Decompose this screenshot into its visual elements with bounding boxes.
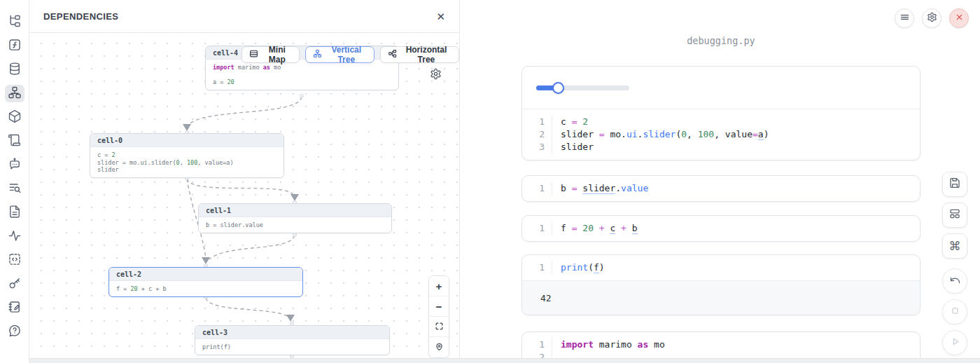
fit-view-button[interactable] [429,317,449,337]
graph-node-cell-1[interactable]: cell-1 b = slider.value [198,203,392,233]
save-button[interactable] [942,172,967,197]
locate-button[interactable] [429,337,449,357]
file-tree-icon [8,14,22,31]
keyboard-shortcuts-button[interactable]: ⌘ [942,233,967,259]
notebook-filename: debugging.py [522,35,920,46]
code-line: c = 2 [552,116,588,128]
code-line: f = 20 + c + b [552,222,638,235]
graph-node-cell-3[interactable]: cell-3 print(f) [195,325,390,355]
panel-title: DEPENDENCIES [43,11,118,22]
undo-icon [949,274,961,288]
slider-track[interactable] [536,85,629,90]
sidebar-item-tracing[interactable] [5,228,24,245]
vertical-tree-view-button[interactable]: Vertical Tree [305,46,374,63]
layout-button[interactable] [942,203,967,228]
zoom-out-button[interactable]: − [429,296,449,317]
dependencies-panel: DEPENDENCIES ✕ [29,0,460,363]
app-window: DEPENDENCIES ✕ [0,0,980,363]
line-number: 1 [528,261,552,274]
run-button[interactable] [942,330,967,355]
zoom-in-button[interactable]: + [429,276,449,296]
gear-icon [430,71,442,82]
console-output: 42 [522,280,920,315]
shutdown-button[interactable] [949,8,969,28]
sidebar-item-file-tree[interactable] [5,13,24,31]
package-icon [8,109,22,126]
graph-node-cell-2[interactable]: cell-2 f = 20 + c + b [108,267,303,297]
minimap-icon [249,49,258,60]
notebook-area: debugging.py 1c = 2 2slider = mo.ui.slid… [460,0,980,363]
notebook-column: debugging.py 1c = 2 2slider = mo.ui.slid… [522,35,920,363]
script-scroll-icon [8,133,22,150]
play-icon [949,336,961,350]
undo-button[interactable] [942,268,967,294]
fit-view-icon [435,321,444,333]
gear-icon [927,12,937,25]
bottom-scrollbar-strip[interactable] [29,358,980,363]
command-icon: ⌘ [949,239,961,254]
close-x-icon [954,12,965,25]
sidebar-item-logs[interactable] [5,180,24,198]
node-code: c = 2slider = mo.ui.slider(0, 100, value… [90,147,284,177]
stop-button[interactable] [942,299,967,324]
slider-widget[interactable] [536,82,629,94]
help-bubble-icon [8,324,22,341]
notebook-cell-print: 1print(f) 42 [522,254,920,315]
graph-zoom-controls: + − [428,275,449,358]
scratchpad-icon [8,300,22,317]
line-number: 3 [528,141,552,153]
sidebar-item-datasources[interactable] [5,61,24,78]
line-number: 1 [528,116,552,128]
dependency-graph-icon [8,85,22,102]
node-code: f = 20 + c + b [109,281,302,296]
layout-panels-icon [948,207,961,224]
node-title: cell-1 [199,204,391,217]
menu-button[interactable] [895,8,914,28]
edge-cell2-cell3 [206,298,289,317]
sidebar-item-functions[interactable] [5,37,24,55]
save-icon [948,177,961,193]
sidebar-item-documentation[interactable] [5,204,24,221]
panel-close-button[interactable]: ✕ [436,11,445,22]
notebook-cell-f: 1f = 20 + c + b [522,215,920,242]
horizontal-tree-icon [388,49,397,60]
notebook-cell-slider: 1c = 2 2slider = mo.ui.slider(0, 100, va… [522,66,920,160]
sidebar-item-scratchpad[interactable] [5,299,24,317]
settings-button[interactable] [922,8,941,28]
sidebar-item-snippets[interactable] [5,252,24,269]
code-editor[interactable]: 1f = 20 + c + b [522,216,920,241]
activity-icon [8,228,22,245]
snippets-icon [8,252,22,269]
code-editor[interactable]: 1c = 2 2slider = mo.ui.slider(0, 100, va… [522,109,920,160]
code-editor[interactable]: 1print(f) [522,255,920,280]
sidebar-item-packages[interactable] [5,109,24,126]
notebook-cell-b: 1b = slider.value [522,175,920,202]
sidebar-item-chat[interactable] [5,156,24,174]
dependency-graph-canvas[interactable]: cell-4 import marimo as mo a = 20 cell-0… [29,33,459,363]
horizontal-tree-view-button[interactable]: Horizontal Tree [380,46,459,63]
code-line: slider = mo.ui.slider(0, 100, value=a) [552,128,769,141]
chat-bot-icon [8,157,22,174]
graph-node-cell-0[interactable]: cell-0 c = 2slider = mo.ui.slider(0, 100… [90,133,284,178]
code-editor[interactable]: 1b = slider.value [522,176,920,201]
sidebar-item-secrets[interactable] [5,275,24,293]
notebook-topbar-actions [895,8,969,28]
graph-settings-button[interactable] [428,68,442,82]
edge-cell0-cell1 [187,179,294,196]
node-title: cell-2 [109,268,302,281]
stop-icon [949,305,961,319]
logs-search-icon [8,181,22,198]
sidebar-item-dependencies[interactable] [5,85,24,102]
node-code: import marimo as mo a = 20 [206,60,398,90]
sidebar-item-help[interactable] [5,323,24,341]
node-title: cell-0 [90,134,284,147]
node-title: cell-3 [195,326,389,339]
line-number: 1 [528,338,552,351]
minimap-view-button[interactable]: Mini Map [241,46,300,63]
vertical-tree-icon [313,49,322,60]
slider-thumb[interactable] [552,82,564,94]
sidebar-item-script[interactable] [5,132,24,150]
code-line: slider [552,141,594,153]
node-code: print(f) [195,339,389,355]
line-number: 1 [528,182,552,195]
